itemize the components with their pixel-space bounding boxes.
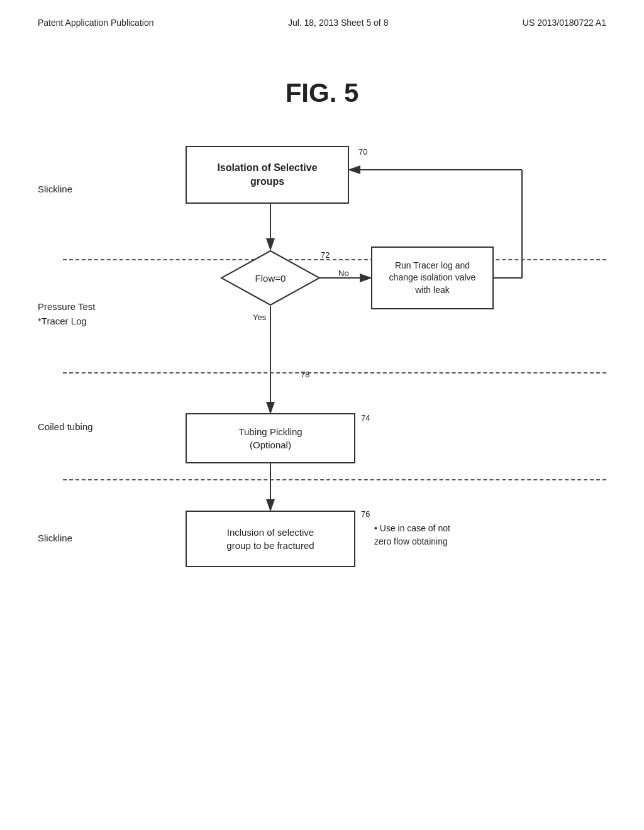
box-tubing-pickling: Tubing Pickling (Optional) xyxy=(186,413,355,463)
header-middle: Jul. 18, 2013 Sheet 5 of 8 xyxy=(288,18,389,28)
ref-74: 74 xyxy=(361,413,370,423)
diamond-flow: Flow=0 xyxy=(220,250,321,306)
divider-1 xyxy=(63,259,606,260)
side-label-coiled-tubing: Coiled tubing xyxy=(38,421,93,432)
page-header: Patent Application Publication Jul. 18, … xyxy=(0,0,644,28)
header-right: US 2013/0180722 A1 xyxy=(523,18,606,28)
box-tracer: Run Tracer log and change isolation valv… xyxy=(371,246,494,309)
flowchart-diagram: Slickline Pressure Test*Tracer Log Coile… xyxy=(0,127,644,693)
box-isolation: Isolation of Selective groups xyxy=(186,146,349,204)
arrows-svg xyxy=(0,127,644,693)
ref-72: 72 xyxy=(321,250,330,260)
figure-title: FIG. 5 xyxy=(0,78,644,108)
note-zero-flow: • Use in case of not zero flow obtaining xyxy=(374,522,450,548)
ref-76: 76 xyxy=(361,509,370,519)
ref-78: 78 xyxy=(301,370,309,379)
side-label-slickline1: Slickline xyxy=(38,184,72,194)
box-inclusion: Inclusion of selective group to be fract… xyxy=(186,511,355,567)
header-left: Patent Application Publication xyxy=(38,18,153,28)
diamond-label-flow: Flow=0 xyxy=(255,273,286,284)
divider-2 xyxy=(63,372,606,374)
arrow-label-no: No xyxy=(338,268,349,278)
arrow-label-yes: Yes xyxy=(253,313,266,322)
side-label-slickline2: Slickline xyxy=(38,533,72,543)
side-label-pressure-test: Pressure Test*Tracer Log xyxy=(38,300,95,328)
divider-3 xyxy=(63,479,606,480)
ref-70: 70 xyxy=(358,147,367,157)
